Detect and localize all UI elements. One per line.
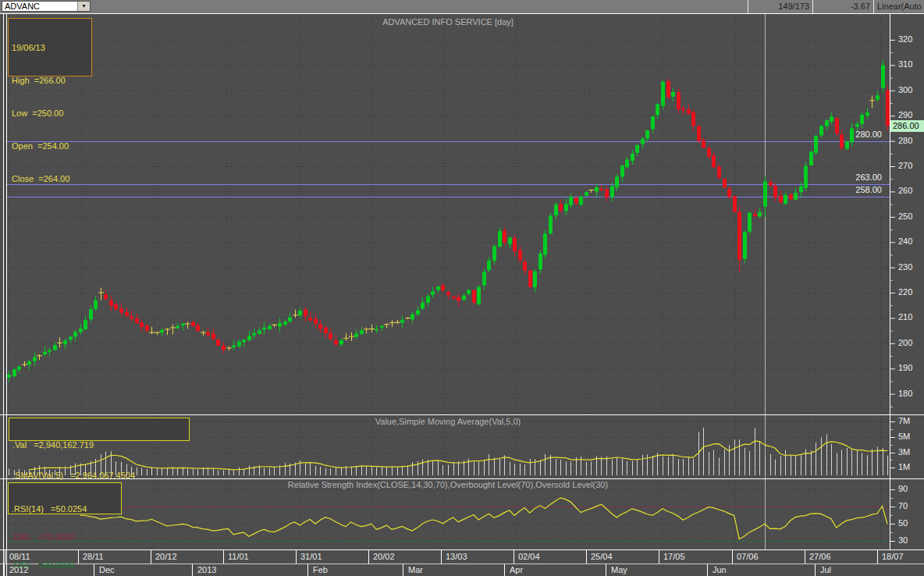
date-axis-label: 07/06 <box>737 552 759 561</box>
chevron-down-icon: ▼ <box>78 2 90 11</box>
metastock-window: ADVANC ▼ 149/173 -3.67 Linear(Auto ADVAN… <box>0 0 924 576</box>
month-axis-label: Jun <box>713 565 727 574</box>
rsi-axis-tick: 50 <box>898 518 908 528</box>
date-axis-label: 25/04 <box>591 552 613 561</box>
price-axis-tick: 250 <box>898 212 912 221</box>
month-axis-label: May <box>611 565 627 574</box>
date-axis-label: 31/01 <box>300 552 322 561</box>
price-axis-tick: 300 <box>898 85 912 94</box>
month-axis-label: Mar <box>408 565 423 574</box>
date-axis-label: 20/02 <box>373 552 395 561</box>
sr-line-label: 263.00 <box>833 172 882 182</box>
status-scale-mode: Linear(Auto <box>873 0 924 13</box>
symbol-combo-value: ADVANC <box>5 2 40 12</box>
data-window-value[interactable]: .Val =2,940,162.719 .SMAV(Val,5) =2,964,… <box>9 418 190 441</box>
price-axis-tick: 220 <box>898 287 912 297</box>
volume-axis-tick: 7M <box>898 416 910 425</box>
price-axis-tick: 180 <box>898 389 912 398</box>
month-axis-label: Jul <box>820 565 831 574</box>
ohlc-high: High =266.00 <box>12 75 88 86</box>
price-axis-tick: 200 <box>898 338 912 347</box>
price-panel-title: ADVANCED INFO SERVICE [day] <box>6 17 890 27</box>
price-axis-tick: 210 <box>898 312 912 322</box>
month-axis-label: Feb <box>313 565 328 574</box>
ohlc-date: 19/06/13 <box>12 42 88 53</box>
month-axis-label: Dec <box>99 565 115 574</box>
top-toolbar: ADVANC ▼ 149/173 -3.67 Linear(Auto <box>0 0 924 13</box>
sr-line-label: 258.00 <box>833 185 882 194</box>
last-price-badge: 286.00 <box>890 120 924 132</box>
date-axis-label: 20/12 <box>155 552 177 561</box>
price-axis-tick: 230 <box>898 262 912 272</box>
date-axis-label: 28/11 <box>83 552 104 561</box>
price-axis-tick: 240 <box>898 236 912 246</box>
price-axis-tick: 270 <box>898 161 912 170</box>
ohlc-open: Open =254.00 <box>12 140 88 151</box>
price-axis-tick: 290 <box>898 110 912 119</box>
rsi-axis-tick: 90 <box>898 484 908 493</box>
date-axis-label: 13/03 <box>446 552 467 561</box>
data-window-rsi[interactable]: .RSI(14) =50.0254 .OBL =70.0000 .OSL =30… <box>8 482 122 514</box>
date-axis-label: 27/06 <box>809 552 831 561</box>
price-axis-tick: 190 <box>898 363 912 372</box>
value-sma: .SMAV(Val,5) =2,964,067.4504 <box>12 471 186 481</box>
price-axis-tick: 320 <box>898 34 912 44</box>
date-axis-label: 02/04 <box>518 552 540 561</box>
month-axis-label: 2012 <box>9 565 28 574</box>
rsi-current: .RSI(14) =50.0254 <box>12 504 118 514</box>
status-bar-position: 149/173 <box>748 0 812 13</box>
price-axis-tick: 260 <box>898 186 912 195</box>
date-axis-label: 18/07 <box>882 552 904 561</box>
symbol-combo-dropdown-button[interactable]: ▼ <box>77 2 90 11</box>
date-axis-label: 17/05 <box>663 552 685 561</box>
volume-axis-tick: 3M <box>898 447 910 457</box>
data-window-ohlc[interactable]: 19/06/13 High =266.00 Low =250.00 Open =… <box>8 18 92 76</box>
rsi-axis-tick: 30 <box>898 535 908 545</box>
sr-line-label: 280.00 <box>833 130 882 139</box>
date-axis-label: 11/01 <box>228 552 249 561</box>
ohlc-close: Close =264.00 <box>12 173 88 184</box>
volume-axis-tick: 1M <box>898 462 910 471</box>
rsi-axis-tick: 70 <box>898 501 908 510</box>
ohlc-low: Low =250.00 <box>12 108 88 119</box>
price-axis-tick: 310 <box>898 59 912 69</box>
month-axis-label: Apr <box>510 565 523 574</box>
date-axis-label: 08/11 <box>9 552 30 561</box>
volume-axis-tick: 5M <box>898 432 910 441</box>
status-price-change: -3.67 <box>812 0 873 13</box>
price-axis-tick: 280 <box>898 136 912 145</box>
symbol-combo[interactable]: ADVANC ▼ <box>2 1 91 12</box>
rsi-overbought-value: .OBL =70.0000 <box>12 532 118 542</box>
value-current: .Val =2,940,162.719 <box>12 440 186 450</box>
month-axis-label: 2013 <box>197 565 216 574</box>
